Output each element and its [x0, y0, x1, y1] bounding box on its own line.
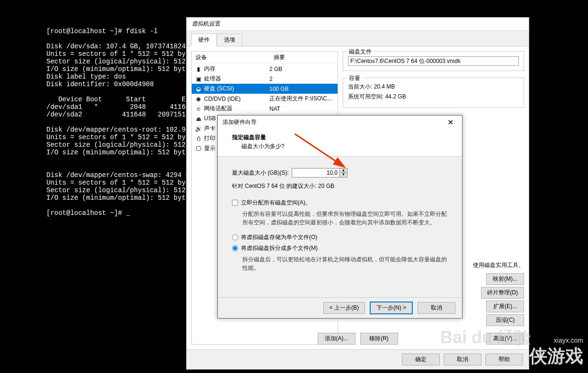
wizard-titlebar: 添加硬件向导 ✕	[218, 115, 462, 129]
allocate-desc: 分配所有容量可以提高性能，但要求所有物理磁盘空间立即可用。如果不立即分配所有空间…	[232, 210, 448, 227]
baidu-watermark: Bai du 经验	[440, 326, 531, 349]
compress-button[interactable]: 压缩(C)	[486, 314, 524, 326]
multi-file-label: 将虚拟磁盘拆分成多个文件(M)	[241, 244, 318, 252]
tools-text: 使用磁盘实用工具。	[473, 261, 524, 269]
device-header: 设备 摘要	[192, 52, 338, 64]
disk-icon: ◒	[195, 85, 202, 93]
add-button[interactable]: 添加(A)...	[318, 333, 356, 345]
cpu-icon: ▣	[195, 75, 202, 83]
multi-file-desc: 拆分磁盘后，可以更轻松地在计算机之间移动虚拟机，但可能会降低大容量磁盘的性能。	[232, 255, 448, 272]
close-icon[interactable]: ✕	[444, 118, 457, 127]
cd-icon: ◉	[195, 95, 202, 103]
settings-tabs: 硬件 选项	[187, 31, 529, 46]
col-summary: 摘要	[270, 52, 338, 63]
device-row[interactable]: ◉CD/DVD (IDE)正在使用文件 F:\ISO\CentOS-7...	[192, 94, 338, 104]
device-name: 声卡	[204, 124, 215, 133]
usb-icon: ⏏	[195, 115, 202, 123]
tab-options[interactable]: 选项	[217, 34, 242, 46]
device-summary: 正在使用文件 F:\ISO\CentOS-7...	[269, 95, 335, 103]
wizard-header: 指定磁盘容量 磁盘大小为多少?	[218, 129, 462, 157]
device-row[interactable]: ▮内存2 GB	[192, 64, 338, 74]
device-name: 处理器	[204, 75, 221, 83]
device-summary: 2	[269, 76, 335, 82]
wizard-body: 最大磁盘大小 (GB)(S): ▲ ▼ 针对 CentOS 7 64 位 的建议…	[218, 157, 462, 297]
device-row[interactable]: ◒硬盘 (SCSI)100 GB	[192, 84, 338, 94]
network-icon: ⎋	[195, 105, 202, 113]
display-icon: 🖵	[195, 145, 202, 152]
capacity-free: 系统可用空间: 44.2 GB	[348, 93, 519, 101]
back-button[interactable]: < 上一步(B)	[323, 302, 365, 314]
device-name: 显示	[204, 144, 215, 152]
device-summary: 100 GB	[269, 86, 335, 92]
size-label: 最大磁盘大小 (GB)(S):	[232, 169, 289, 177]
printer-icon: ⎙	[195, 135, 202, 142]
watermark-text: 侠游戏	[529, 344, 583, 368]
watermark: xiayx.com 侠游戏	[529, 337, 583, 368]
sound-icon: 🔊	[195, 125, 202, 133]
disk-size-input[interactable]	[292, 169, 339, 177]
single-file-radio[interactable]	[232, 234, 238, 240]
tab-hardware[interactable]: 硬件	[191, 34, 217, 46]
device-name: 内存	[204, 65, 215, 73]
device-name: 硬盘 (SCSI)	[204, 85, 234, 93]
single-file-label: 将虚拟磁盘存储为单个文件(O)	[241, 233, 317, 241]
capacity-current: 当前大小: 20.4 MB	[348, 83, 519, 91]
capacity-title: 容量	[347, 74, 362, 82]
wizard-cancel-button[interactable]: 取消	[418, 302, 455, 314]
remove-button[interactable]: 移除(R)	[360, 333, 398, 345]
settings-title: 虚拟机设置	[187, 18, 529, 31]
multi-file-radio[interactable]	[232, 245, 238, 251]
col-device: 设备	[192, 52, 270, 63]
add-hardware-wizard: 添加硬件向导 ✕ 指定磁盘容量 磁盘大小为多少? 最大磁盘大小 (GB)(S):…	[217, 115, 463, 319]
defrag-button[interactable]: 碎片整理(D)	[481, 287, 524, 299]
device-name: CD/DVD (IDE)	[204, 96, 241, 102]
recommended-size: 针对 CentOS 7 64 位 的建议大小: 20 GB	[232, 182, 448, 190]
device-row[interactable]: ⎋网络适配器NAT	[192, 104, 338, 114]
map-button[interactable]: 映射(M)...	[486, 273, 524, 285]
size-input-wrap: ▲ ▼	[292, 168, 347, 178]
cancel-button[interactable]: 取消	[444, 354, 481, 365]
capacity-group: 容量 当前大小: 20.4 MB 系统可用空间: 44.2 GB	[343, 78, 524, 108]
device-summary: NAT	[269, 106, 335, 112]
wizard-footer: < 上一步(B) 下一步(N) > 取消	[218, 297, 462, 318]
disk-file-input[interactable]	[348, 56, 519, 66]
wizard-title: 添加硬件向导	[223, 118, 257, 126]
device-row[interactable]: ▣处理器2	[192, 74, 338, 84]
memory-icon: ▮	[195, 65, 202, 73]
allocate-now-checkbox[interactable]	[232, 200, 238, 206]
watermark-url: xiayx.com	[554, 337, 583, 344]
device-name: 网络适配器	[204, 105, 232, 113]
device-summary: 2 GB	[269, 66, 335, 72]
expand-button[interactable]: 扩展(E)...	[486, 301, 524, 312]
ok-button[interactable]: 确定	[402, 354, 440, 365]
settings-footer: 确定 取消 帮助	[187, 349, 529, 369]
allocate-now-label: 立即分配所有磁盘空间(A)。	[241, 199, 311, 207]
next-button[interactable]: 下一步(N) >	[370, 302, 413, 314]
wizard-header-main: 指定磁盘容量	[232, 133, 448, 142]
device-name: 打印	[204, 134, 215, 142]
help-button[interactable]: 帮助	[485, 354, 523, 365]
disk-file-title: 磁盘文件	[347, 48, 374, 56]
disk-file-group: 磁盘文件	[343, 51, 524, 71]
spinner-down-icon[interactable]: ▼	[340, 173, 347, 177]
wizard-header-sub: 磁盘大小为多少?	[232, 142, 448, 151]
